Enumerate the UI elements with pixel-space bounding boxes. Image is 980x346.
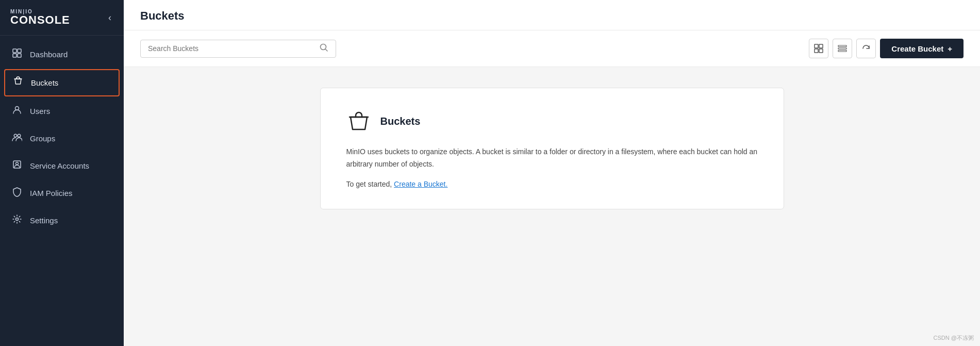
main-content-area: Buckets (124, 0, 980, 346)
grid-view-button[interactable] (809, 39, 828, 58)
search-icon (320, 43, 328, 54)
sidebar-item-users[interactable]: Users (0, 97, 124, 125)
main-header: Buckets (124, 0, 980, 30)
sidebar-item-settings[interactable]: Settings (0, 207, 124, 234)
sidebar-item-label-buckets: Buckets (31, 78, 58, 87)
sidebar-logo: MIN|IO CONSOLE ‹ (0, 0, 124, 36)
svg-rect-15 (838, 45, 846, 47)
svg-rect-14 (819, 49, 823, 53)
dashboard-icon (11, 48, 23, 61)
sidebar-nav: Dashboard Buckets Users (0, 36, 124, 346)
search-box (140, 40, 336, 58)
logo-console: CONSOLE (10, 14, 70, 26)
sidebar-item-iam-policies[interactable]: IAM Policies (0, 179, 124, 207)
page-title: Buckets (140, 9, 964, 23)
empty-state-card: Buckets MinIO uses buckets to organize o… (320, 88, 784, 209)
toolbar-actions: Create Bucket + (809, 39, 964, 58)
service-accounts-icon (11, 159, 23, 172)
main-toolbar: Create Bucket + (124, 30, 980, 67)
sidebar-item-label-service-accounts: Service Accounts (30, 161, 89, 170)
create-bucket-button[interactable]: Create Bucket + (880, 39, 964, 58)
svg-rect-2 (13, 54, 16, 57)
search-input[interactable] (148, 44, 320, 53)
svg-rect-12 (819, 44, 823, 48)
sidebar-item-dashboard[interactable]: Dashboard (0, 41, 124, 68)
svg-point-9 (16, 218, 19, 221)
svg-rect-1 (18, 49, 21, 53)
empty-state-title: Buckets (380, 116, 421, 127)
create-a-bucket-link[interactable]: Create a Bucket. (394, 180, 447, 188)
empty-state-description: MinIO uses buckets to organize objects. … (346, 146, 758, 171)
svg-point-8 (16, 162, 19, 165)
empty-state-cta: To get started, Create a Bucket. (346, 180, 758, 188)
svg-rect-13 (815, 49, 818, 53)
svg-point-10 (321, 44, 326, 50)
svg-rect-0 (13, 49, 16, 53)
sidebar-item-label-users: Users (30, 107, 50, 116)
sidebar: MIN|IO CONSOLE ‹ Dashboard (0, 0, 124, 346)
settings-icon (11, 214, 23, 227)
sidebar-item-label-iam-policies: IAM Policies (30, 189, 73, 197)
watermark: CSDN @不冻粥 (934, 334, 974, 342)
list-view-button[interactable] (833, 39, 852, 58)
logo: MIN|IO CONSOLE (10, 9, 70, 26)
empty-state-header: Buckets (346, 109, 758, 134)
content-area: Buckets MinIO uses buckets to organize o… (124, 67, 980, 346)
empty-state-cta-prefix: To get started, (346, 180, 394, 188)
svg-rect-17 (838, 51, 846, 52)
create-bucket-label: Create Bucket (891, 44, 943, 53)
sidebar-item-groups[interactable]: Groups (0, 125, 124, 152)
svg-rect-3 (18, 54, 21, 57)
svg-point-6 (18, 134, 21, 137)
sidebar-item-service-accounts[interactable]: Service Accounts (0, 152, 124, 179)
buckets-icon (12, 76, 24, 89)
create-bucket-plus-icon: + (948, 44, 952, 53)
svg-point-5 (14, 134, 17, 137)
sidebar-item-label-dashboard: Dashboard (30, 50, 68, 59)
empty-state-bucket-icon (346, 109, 371, 134)
refresh-button[interactable] (856, 39, 876, 58)
sidebar-item-label-groups: Groups (30, 134, 55, 143)
sidebar-item-buckets[interactable]: Buckets (4, 69, 120, 96)
groups-icon (11, 132, 23, 145)
svg-rect-16 (838, 48, 846, 50)
sidebar-item-label-settings: Settings (30, 216, 58, 225)
svg-rect-11 (815, 44, 818, 48)
users-icon (11, 105, 23, 118)
sidebar-collapse-button[interactable]: ‹ (106, 10, 113, 25)
iam-policies-icon (11, 187, 23, 200)
